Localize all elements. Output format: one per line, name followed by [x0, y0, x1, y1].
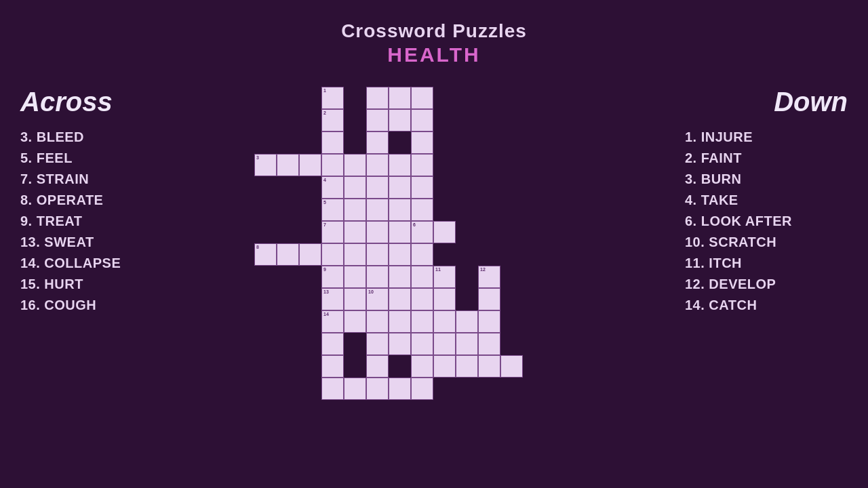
grid-cell	[344, 266, 366, 288]
grid-cell	[389, 154, 411, 176]
grid-cell	[277, 154, 299, 176]
grid-cell	[456, 333, 478, 355]
grid-cell	[411, 243, 433, 266]
grid-cell: 8	[254, 243, 277, 266]
grid-cell	[456, 355, 478, 378]
across-clues-section: Across 3. BLEED5. FEEL7. STRAIN8. OPERAT…	[20, 80, 170, 316]
grid-cell	[411, 131, 433, 154]
grid-cell	[344, 221, 366, 243]
grid-cell: 5	[321, 199, 344, 221]
grid-cell: 7	[321, 221, 344, 243]
grid-cell	[344, 154, 366, 176]
grid-cell	[299, 154, 321, 176]
grid-cell	[389, 87, 411, 109]
grid-cell	[366, 310, 389, 333]
across-clues-list: 3. BLEED5. FEEL7. STRAIN8. OPERATE9. TRE…	[20, 127, 170, 316]
crossword-grid: 1234567891011121314	[254, 87, 600, 439]
grid-cell: 10	[366, 288, 389, 310]
grid-cell	[411, 378, 433, 400]
grid-cell	[366, 243, 389, 266]
grid-cell	[344, 310, 366, 333]
grid-cell	[321, 355, 344, 378]
grid-cell	[389, 333, 411, 355]
grid-cell: 13	[321, 288, 344, 310]
across-clue-item: 5. FEEL	[20, 148, 170, 169]
grid-cell	[433, 355, 456, 378]
grid-cell	[411, 87, 433, 109]
cell-number: 2	[323, 110, 326, 115]
grid-cell	[366, 378, 389, 400]
down-clue-item: 11. ITCH	[685, 253, 848, 274]
grid-cell	[433, 310, 456, 333]
header-subtitle: HEALTH	[0, 43, 868, 66]
grid-cell	[389, 310, 411, 333]
cell-number: 8	[256, 245, 259, 249]
grid-cell	[366, 266, 389, 288]
grid-cell	[366, 355, 389, 378]
across-clue-item: 16. COUGH	[20, 295, 170, 316]
grid-cell	[389, 176, 411, 199]
grid-cell	[321, 154, 344, 176]
cell-number: 10	[368, 289, 374, 294]
grid-cell: 6	[411, 221, 433, 243]
grid-cell	[478, 310, 500, 333]
grid-cell	[277, 243, 299, 266]
cell-number: 7	[323, 222, 326, 227]
across-clue-item: 14. COLLAPSE	[20, 253, 170, 274]
grid-cell	[411, 109, 433, 131]
grid-cell	[500, 355, 523, 378]
grid-cell	[411, 355, 433, 378]
cell-number: 1	[323, 88, 326, 93]
grid-cell	[389, 243, 411, 266]
across-clue-item: 15. HURT	[20, 274, 170, 295]
grid-cell	[389, 378, 411, 400]
grid-cell	[366, 154, 389, 176]
cell-number: 3	[256, 155, 259, 160]
grid-cell	[389, 199, 411, 221]
grid-cell	[366, 131, 389, 154]
grid-cell: 4	[321, 176, 344, 199]
grid-cell: 11	[433, 266, 456, 288]
content-area: Across 3. BLEED5. FEEL7. STRAIN8. OPERAT…	[0, 66, 868, 439]
grid-cell	[411, 288, 433, 310]
grid-cell: 1	[321, 87, 344, 109]
cell-number: 14	[323, 312, 329, 317]
grid-cell	[456, 310, 478, 333]
header: Crossword Puzzles HEALTH	[0, 0, 868, 66]
down-clue-item: 12. DEVELOP	[685, 274, 848, 295]
grid-cell	[344, 243, 366, 266]
cell-number: 6	[413, 222, 416, 227]
down-clue-item: 1. INJURE	[685, 127, 848, 148]
crossword-area: 1234567891011121314	[170, 80, 685, 439]
grid-cell: 9	[321, 266, 344, 288]
grid-cell	[321, 243, 344, 266]
cell-number: 4	[323, 178, 326, 182]
grid-cell	[433, 333, 456, 355]
down-heading: Down	[685, 87, 848, 117]
across-clue-item: 8. OPERATE	[20, 190, 170, 211]
grid-cell	[411, 310, 433, 333]
grid-cell	[411, 199, 433, 221]
down-clue-item: 6. LOOK AFTER	[685, 211, 848, 232]
across-heading: Across	[20, 87, 170, 117]
grid-cell	[478, 355, 500, 378]
grid-cell: 3	[254, 154, 277, 176]
down-clue-item: 10. SCRATCH	[685, 232, 848, 253]
grid-cell: 12	[478, 266, 500, 288]
grid-cell	[344, 199, 366, 221]
grid-cell	[344, 288, 366, 310]
cell-number: 11	[435, 267, 441, 272]
down-clue-item: 14. CATCH	[685, 295, 848, 316]
grid-cell	[321, 131, 344, 154]
across-clue-item: 13. SWEAT	[20, 232, 170, 253]
grid-cell	[366, 221, 389, 243]
grid-cell	[366, 87, 389, 109]
grid-cell	[366, 176, 389, 199]
grid-cell	[389, 288, 411, 310]
down-clues-list: 1. INJURE2. FAINT3. BURN4. TAKE6. LOOK A…	[685, 127, 848, 316]
grid-cell	[411, 176, 433, 199]
grid-cell	[344, 378, 366, 400]
grid-cell: 14	[321, 310, 344, 333]
grid-cell	[478, 333, 500, 355]
grid-cell: 2	[321, 109, 344, 131]
